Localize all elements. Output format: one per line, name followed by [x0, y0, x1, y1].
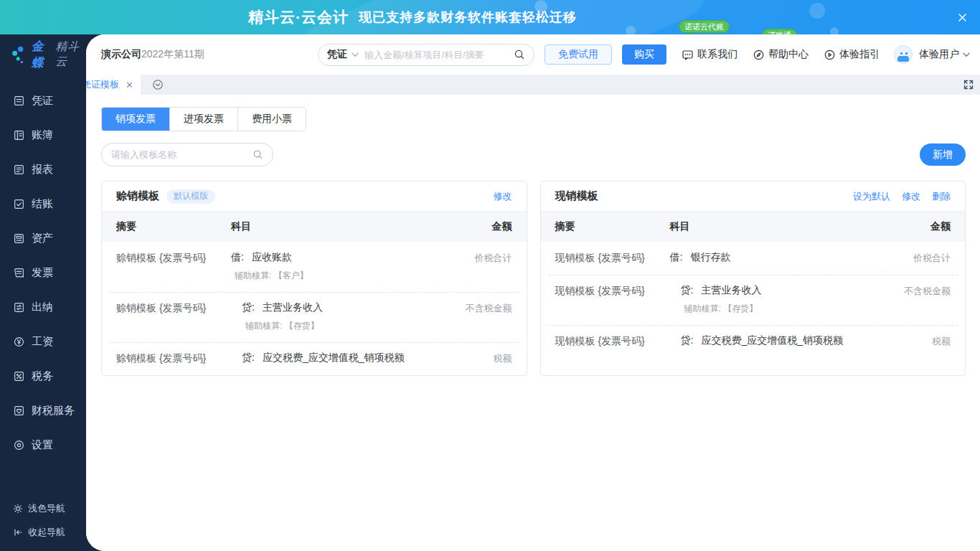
entry-direction: 贷: [681, 334, 694, 347]
banner-tag-nuonuo: 诺诺云代账 [679, 20, 730, 33]
add-template-button[interactable]: 新增 [920, 143, 966, 166]
entry-account: 主营业务收入 [263, 301, 323, 314]
tab-output-invoice[interactable]: 销项发票 [102, 108, 169, 131]
table-row: 现销模板 {发票号码} 贷: 主营业务收入 辅助核算: 【存货】 不含税金额 [541, 275, 966, 325]
table-header: 摘要 科目 金额 [541, 212, 966, 242]
sidebar-item-ledger[interactable]: 账簿 [0, 118, 86, 152]
entry-aux: 辅助核算: 【存货】 [681, 303, 897, 315]
voucher-icon [13, 95, 25, 107]
row-summary: 赊销模板 {发票号码} [116, 352, 231, 365]
sidebar-item-asset[interactable]: 资产 [0, 221, 86, 255]
table-row: 赊销模板 {发票号码} 贷: 应交税费_应交增值税_销项税额 税额 [102, 342, 527, 375]
entry-account: 应交税费_应交增值税_销项税额 [701, 334, 843, 347]
sidebar-item-label: 账簿 [32, 128, 53, 142]
template-card-cash-sale: 现销模板 设为默认 修改 删除 摘要 科目 金额 现销模板 {发票号码} [540, 181, 966, 376]
table-row: 赊销模板 {发票号码} 贷: 主营业务收入 辅助核算: 【存货】 不含税金额 [102, 292, 527, 342]
row-amount: 价税合计 [475, 251, 512, 265]
chat-bubble-icon [682, 49, 694, 61]
collapse-nav-label: 收起导航 [28, 526, 65, 539]
set-default-link[interactable]: 设为默认 [853, 190, 890, 203]
tab-close-icon[interactable]: ✕ [126, 80, 133, 90]
banner-tag-nuozhangtong: 诺账通 [762, 29, 797, 34]
sidebar-item-label: 结账 [32, 197, 53, 211]
app-logo: 金蝶 精斗云 [0, 34, 86, 75]
sidebar-item-salary[interactable]: 工资 [0, 324, 86, 359]
col-summary: 摘要 [555, 220, 670, 233]
sidebar-item-closing[interactable]: 结账 [0, 187, 86, 221]
banner-subtitle: 现已支持多款财务软件账套轻松迁移 [359, 9, 577, 26]
top-bar: 演示公司2022年第11期 凭证 免费试用 购买 联系我们 帮助中心 体验指引 [86, 34, 980, 75]
company-period-selector[interactable]: 演示公司2022年第11期 [101, 48, 204, 61]
row-amount: 不含税金额 [904, 284, 951, 298]
table-row: 现销模板 {发票号码} 借: 银行存款 价税合计 [541, 242, 966, 275]
global-search: 凭证 [318, 44, 534, 66]
col-amount: 金额 [930, 220, 951, 233]
report-icon [13, 164, 25, 176]
help-center-button[interactable]: 帮助中心 [753, 48, 809, 61]
sidebar-item-settings[interactable]: 设置 [0, 428, 86, 462]
sidebar-item-cashier[interactable]: 出纳 [0, 290, 86, 324]
col-account: 科目 [231, 220, 251, 233]
search-icon[interactable] [253, 149, 263, 160]
entry-direction: 贷: [681, 284, 694, 297]
edit-link[interactable]: 修改 [494, 190, 512, 203]
fiscal-service-icon [13, 405, 25, 417]
asset-icon [13, 232, 25, 245]
row-summary: 现销模板 {发票号码} [555, 251, 670, 265]
sidebar-item-report[interactable]: 报表 [0, 152, 86, 187]
sidebar-item-label: 工资 [32, 335, 53, 349]
chevron-down-icon[interactable] [352, 52, 359, 57]
company-name: 演示公司 [101, 48, 141, 60]
sidebar-item-label: 财税服务 [32, 404, 75, 418]
chevron-down-icon [963, 52, 970, 57]
banner-close-icon[interactable] [954, 9, 970, 25]
fullscreen-toggle-icon[interactable] [963, 79, 974, 90]
logo-product-text: 精斗云 [55, 39, 86, 70]
tab-invoice-voucher-template[interactable]: 发票凭证模板 ✕ [86, 75, 141, 95]
edit-link[interactable]: 修改 [902, 190, 920, 203]
sidebar-item-invoice[interactable]: 发票 [0, 255, 86, 290]
tab-list-dropdown-icon[interactable] [152, 79, 164, 90]
tab-input-invoice[interactable]: 进项发票 [169, 108, 237, 131]
global-search-input[interactable] [364, 50, 514, 60]
search-category-dropdown[interactable]: 凭证 [327, 48, 347, 61]
entry-aux: 辅助核算: 【客户】 [231, 270, 468, 282]
avatar [894, 45, 913, 64]
banner-title: 精斗云·云会计 [248, 7, 349, 27]
sidebar-item-label: 税务 [32, 369, 53, 383]
user-menu[interactable]: 体验用户 [894, 45, 970, 64]
row-summary: 赊销模板 {发票号码} [116, 251, 231, 265]
entry-direction: 贷: [242, 352, 255, 364]
light-nav-label: 浅色导航 [28, 502, 65, 515]
contact-us-button[interactable]: 联系我们 [682, 48, 738, 61]
ledger-icon [13, 129, 25, 141]
contact-us-label: 联系我们 [697, 48, 738, 61]
invoice-type-tabs: 销项发票 进项发票 费用小票 [101, 107, 306, 131]
guide-label: 体验指引 [839, 48, 880, 61]
free-trial-button[interactable]: 免费试用 [545, 44, 612, 65]
light-nav-toggle[interactable]: 浅色导航 [0, 496, 86, 520]
delete-link[interactable]: 删除 [932, 190, 951, 203]
collapse-nav-toggle[interactable]: 收起导航 [0, 520, 86, 544]
salary-icon [13, 336, 25, 348]
sidebar-item-label: 设置 [32, 438, 53, 452]
template-search-input[interactable] [111, 149, 253, 160]
sidebar-item-fiscal-service[interactable]: 财税服务 [0, 393, 86, 428]
sidebar-item-voucher[interactable]: 凭证 [0, 83, 86, 118]
entry-account: 应交税费_应交增值税_销项税额 [263, 352, 405, 364]
compass-icon [753, 49, 765, 61]
closing-icon [13, 198, 25, 210]
guide-button[interactable]: 体验指引 [824, 48, 880, 61]
sidebar-item-tax[interactable]: 税务 [0, 359, 86, 393]
col-account: 科目 [670, 220, 690, 233]
buy-button[interactable]: 购买 [622, 44, 666, 65]
card-title: 赊销模板 [116, 189, 159, 203]
col-amount: 金额 [492, 220, 512, 233]
help-center-label: 帮助中心 [768, 48, 809, 61]
row-amount: 税额 [494, 352, 512, 365]
tab-expense-receipt[interactable]: 费用小票 [237, 108, 306, 131]
search-icon[interactable] [514, 49, 525, 60]
entry-account: 银行存款 [690, 251, 730, 264]
row-summary: 现销模板 {发票号码} [555, 284, 670, 298]
sidebar-item-label: 资产 [32, 232, 53, 245]
